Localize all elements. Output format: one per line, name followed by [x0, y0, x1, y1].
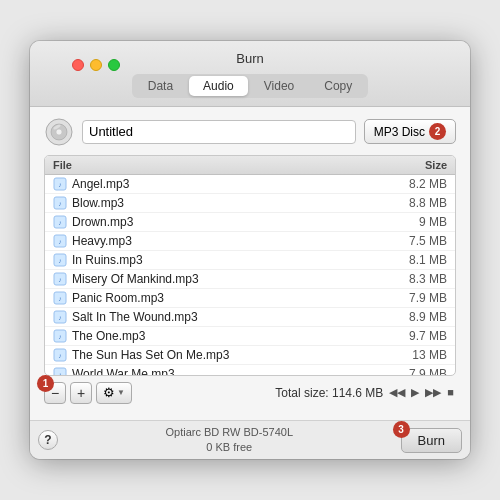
file-name: Angel.mp3 — [72, 177, 129, 191]
file-size: 7.5 MB — [409, 234, 447, 248]
svg-text:♪: ♪ — [58, 257, 62, 264]
col-size-header: Size — [425, 159, 447, 171]
file-list[interactable]: ♪ Angel.mp3 8.2 MB ♪ Blow.mp3 8.8 MB ♪ — [45, 175, 455, 375]
table-row[interactable]: ♪ Salt In The Wound.mp3 8.9 MB — [45, 308, 455, 327]
mp3-disc-button[interactable]: MP3 Disc 2 — [364, 119, 456, 144]
badge-3: 3 — [393, 421, 410, 438]
burn-label: Burn — [418, 433, 445, 448]
svg-text:♪: ♪ — [58, 352, 62, 359]
file-name: Panic Room.mp3 — [72, 291, 164, 305]
file-list-header: File Size — [45, 156, 455, 175]
file-name: World War Me.mp3 — [72, 367, 175, 375]
file-name-cell: ♪ Heavy.mp3 — [53, 234, 409, 248]
add-file-button[interactable]: + — [70, 382, 92, 404]
file-name: In Ruins.mp3 — [72, 253, 143, 267]
close-button[interactable] — [72, 59, 84, 71]
file-name-cell: ♪ Panic Room.mp3 — [53, 291, 409, 305]
svg-text:♪: ♪ — [58, 238, 62, 245]
play-button[interactable]: ▶ — [409, 384, 421, 401]
window-title: Burn — [236, 51, 263, 66]
file-size: 7.9 MB — [409, 291, 447, 305]
table-row[interactable]: ♪ Misery Of Mankind.mp3 8.3 MB — [45, 270, 455, 289]
drive-info: Optiarc BD RW BD-5740L 0 KB free — [66, 425, 393, 456]
file-size: 7.9 MB — [409, 367, 447, 375]
file-name: Blow.mp3 — [72, 196, 124, 210]
file-name: Salt In The Wound.mp3 — [72, 310, 198, 324]
file-name-cell: ♪ Angel.mp3 — [53, 177, 409, 191]
audio-file-icon: ♪ — [53, 367, 67, 375]
file-name-cell: ♪ The One.mp3 — [53, 329, 409, 343]
traffic-lights — [72, 59, 120, 71]
gear-button[interactable]: ⚙ ▼ — [96, 382, 132, 404]
file-name-cell: ♪ The Sun Has Set On Me.mp3 — [53, 348, 412, 362]
titlebar: Burn Data Audio Video Copy — [30, 41, 470, 107]
table-row[interactable]: ♪ In Ruins.mp3 8.1 MB — [45, 251, 455, 270]
add-icon: + — [77, 386, 85, 400]
content-area: MP3 Disc 2 File Size ♪ Angel.mp3 8.2 MB — [30, 107, 470, 420]
tab-video[interactable]: Video — [250, 76, 308, 96]
table-row[interactable]: ♪ World War Me.mp3 7.9 MB — [45, 365, 455, 375]
help-button[interactable]: ? — [38, 430, 58, 450]
file-name: Heavy.mp3 — [72, 234, 132, 248]
file-size: 9 MB — [419, 215, 447, 229]
total-size-label: Total size: 114.6 MB — [136, 386, 383, 400]
svg-text:♪: ♪ — [58, 314, 62, 321]
disc-icon — [44, 117, 74, 147]
file-size: 8.9 MB — [409, 310, 447, 324]
file-name-cell: ♪ Blow.mp3 — [53, 196, 409, 210]
audio-file-icon: ♪ — [53, 253, 67, 267]
table-row[interactable]: ♪ Angel.mp3 8.2 MB — [45, 175, 455, 194]
chevron-down-icon: ▼ — [117, 388, 125, 397]
disc-name-input[interactable] — [82, 120, 356, 144]
svg-text:♪: ♪ — [58, 200, 62, 207]
drive-space: 0 KB free — [66, 440, 393, 455]
tab-copy[interactable]: Copy — [310, 76, 366, 96]
file-name-cell: ♪ In Ruins.mp3 — [53, 253, 409, 267]
badge-2: 2 — [429, 123, 446, 140]
badge-1: 1 — [37, 375, 54, 392]
audio-file-icon: ♪ — [53, 310, 67, 324]
disc-row: MP3 Disc 2 — [44, 117, 456, 147]
svg-text:♪: ♪ — [58, 333, 62, 340]
table-row[interactable]: ♪ The One.mp3 9.7 MB — [45, 327, 455, 346]
table-row[interactable]: ♪ Drown.mp3 9 MB — [45, 213, 455, 232]
table-row[interactable]: ♪ The Sun Has Set On Me.mp3 13 MB — [45, 346, 455, 365]
mp3-disc-label: MP3 Disc — [374, 125, 425, 139]
audio-file-icon: ♪ — [53, 215, 67, 229]
file-size: 9.7 MB — [409, 329, 447, 343]
file-name-cell: ♪ Drown.mp3 — [53, 215, 419, 229]
svg-text:♪: ♪ — [58, 181, 62, 188]
tab-data[interactable]: Data — [134, 76, 187, 96]
tab-bar: Data Audio Video Copy — [132, 74, 369, 98]
stop-button[interactable]: ■ — [445, 384, 456, 401]
audio-file-icon: ♪ — [53, 291, 67, 305]
table-row[interactable]: ♪ Heavy.mp3 7.5 MB — [45, 232, 455, 251]
file-size: 8.1 MB — [409, 253, 447, 267]
table-row[interactable]: ♪ Blow.mp3 8.8 MB — [45, 194, 455, 213]
playback-controls: ◀◀ ▶ ▶▶ ■ — [387, 384, 456, 401]
svg-text:♪: ♪ — [58, 295, 62, 302]
maximize-button[interactable] — [108, 59, 120, 71]
file-name-cell: ♪ World War Me.mp3 — [53, 367, 409, 375]
skip-back-button[interactable]: ◀◀ — [387, 384, 407, 401]
file-size: 8.8 MB — [409, 196, 447, 210]
svg-text:♪: ♪ — [58, 276, 62, 283]
audio-file-icon: ♪ — [53, 196, 67, 210]
burn-button[interactable]: Burn — [401, 428, 462, 453]
audio-file-icon: ♪ — [53, 177, 67, 191]
skip-forward-button[interactable]: ▶▶ — [423, 384, 443, 401]
file-name: The One.mp3 — [72, 329, 145, 343]
svg-text:♪: ♪ — [58, 371, 62, 375]
main-window: Burn Data Audio Video Copy MP3 Disc 2 Fi… — [30, 41, 470, 460]
file-size: 13 MB — [412, 348, 447, 362]
audio-file-icon: ♪ — [53, 348, 67, 362]
svg-point-2 — [56, 129, 62, 135]
audio-file-icon: ♪ — [53, 272, 67, 286]
table-row[interactable]: ♪ Panic Room.mp3 7.9 MB — [45, 289, 455, 308]
tab-audio[interactable]: Audio — [189, 76, 248, 96]
status-bar: ? Optiarc BD RW BD-5740L 0 KB free Burn … — [30, 420, 470, 460]
file-list-container: File Size ♪ Angel.mp3 8.2 MB ♪ Blow.mp3 — [44, 155, 456, 376]
minimize-button[interactable] — [90, 59, 102, 71]
file-name: Drown.mp3 — [72, 215, 133, 229]
file-name-cell: ♪ Misery Of Mankind.mp3 — [53, 272, 409, 286]
